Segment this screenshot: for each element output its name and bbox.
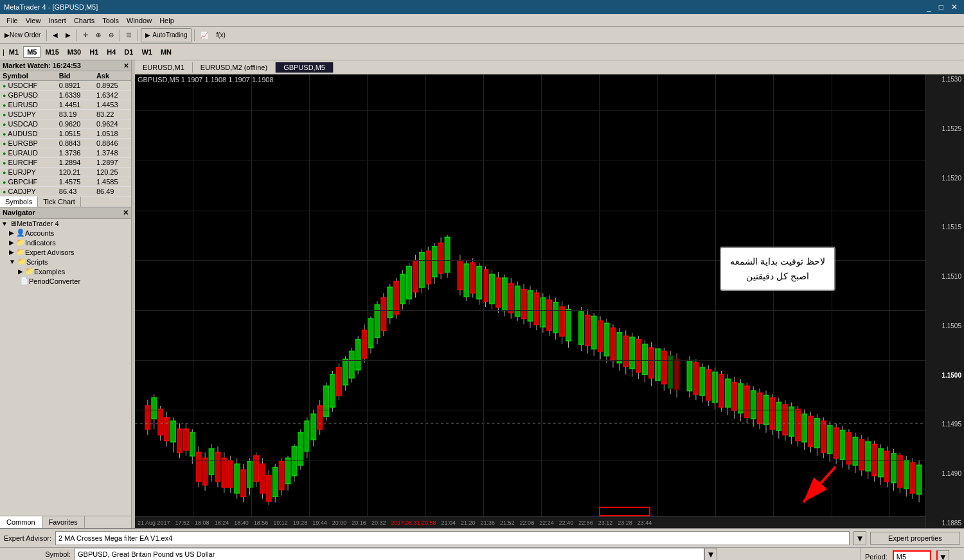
market-watch-row[interactable]: ● GBPUSD 1.6339 1.6342 xyxy=(0,91,131,100)
new-order-button[interactable]: ▶ New Order xyxy=(1,28,44,42)
symbol-input[interactable] xyxy=(75,548,704,560)
indicators-button[interactable]: f(x) xyxy=(213,28,228,42)
svg-rect-203 xyxy=(808,416,813,446)
chart-tab-gbpusd-m5[interactable]: GBPUSD,M5 xyxy=(276,62,334,73)
tester-right-panel: Period: ▼ Spread: Optimization Symbol pr… xyxy=(861,548,964,560)
svg-rect-55 xyxy=(317,406,323,429)
tab-tick-chart[interactable]: Tick Chart xyxy=(38,197,81,207)
ea-input[interactable] xyxy=(55,531,850,545)
window-controls: _ □ ✕ xyxy=(924,3,960,12)
nav-tab-common[interactable]: Common xyxy=(0,516,42,528)
svg-rect-101 xyxy=(470,263,476,293)
red-arrow xyxy=(790,460,842,512)
line-studies-button[interactable]: 📈 xyxy=(197,28,211,42)
svg-rect-153 xyxy=(643,344,648,374)
expand-icon: ▶ xyxy=(18,268,23,275)
tab-symbols[interactable]: Symbols xyxy=(0,197,38,207)
svg-rect-69 xyxy=(362,330,367,358)
crosshair-button[interactable]: ✛ xyxy=(80,28,91,42)
forward-button[interactable]: ▶ xyxy=(62,28,74,42)
market-watch-row[interactable]: ● EURCHF 1.2894 1.2897 xyxy=(0,158,131,168)
maximize-button[interactable]: □ xyxy=(936,3,946,12)
period-dropdown[interactable]: ▼ xyxy=(936,550,949,560)
market-watch-row[interactable]: ● CADJPY 86.43 86.49 xyxy=(0,187,131,197)
period-H4[interactable]: H4 xyxy=(103,46,120,58)
back-button[interactable]: ◀ xyxy=(49,28,61,42)
market-watch-row[interactable]: ● EURJPY 120.21 120.25 xyxy=(0,168,131,177)
svg-rect-217 xyxy=(853,437,858,465)
menu-help[interactable]: Help xyxy=(156,16,178,25)
nav-tab-favorites[interactable]: Favorites xyxy=(42,516,85,528)
market-watch-close[interactable]: ✕ xyxy=(123,62,129,69)
market-watch-row[interactable]: ● GBPCHF 1.4575 1.4585 xyxy=(0,177,131,187)
period-label: Period: xyxy=(865,553,888,560)
period-W1[interactable]: W1 xyxy=(138,46,156,58)
market-watch-row[interactable]: ● EURUSD 1.4451 1.4453 xyxy=(0,100,131,110)
svg-rect-115 xyxy=(515,286,520,317)
svg-rect-131 xyxy=(566,310,571,341)
svg-rect-5 xyxy=(158,409,163,435)
auto-trading-button[interactable]: ▶ AutoTrading xyxy=(141,28,192,42)
menu-window[interactable]: Window xyxy=(123,16,156,25)
menu-view[interactable]: View xyxy=(22,16,45,25)
period-MN[interactable]: MN xyxy=(157,46,175,58)
nav-indicators[interactable]: ▶ 📁 Indicators xyxy=(0,238,131,247)
nav-examples[interactable]: ▶ 📁 Examples xyxy=(0,267,131,276)
ask-cell: 1.6342 xyxy=(94,91,131,100)
symbol-dropdown-arrow[interactable]: ▼ xyxy=(704,548,717,560)
menu-charts[interactable]: Charts xyxy=(70,16,98,25)
market-watch-row[interactable]: ● EURAUD 1.3736 1.3748 xyxy=(0,148,131,158)
svg-rect-167 xyxy=(693,363,699,394)
svg-rect-91 xyxy=(432,247,437,277)
period-M5[interactable]: M5 xyxy=(23,46,40,58)
period-input[interactable] xyxy=(893,550,931,560)
menu-insert[interactable]: Insert xyxy=(44,16,70,25)
svg-rect-17 xyxy=(196,452,201,481)
close-button[interactable]: ✕ xyxy=(949,3,960,12)
navigator-close[interactable]: ✕ xyxy=(123,209,129,217)
menu-file[interactable]: File xyxy=(3,16,22,25)
svg-rect-213 xyxy=(840,430,845,459)
period-M1[interactable]: M1 xyxy=(5,46,22,58)
svg-rect-43 xyxy=(279,462,284,489)
chart-tab-eurusd-m1[interactable]: EURUSD,M1 xyxy=(135,62,193,73)
period-H1[interactable]: H1 xyxy=(85,46,102,58)
market-watch-row[interactable]: ● USDJPY 83.19 83.22 xyxy=(0,110,131,119)
zoom-out-button[interactable]: ⊖ xyxy=(105,28,117,42)
nav-metatrader4[interactable]: ▼ 🖥 MetaTrader 4 xyxy=(0,219,131,228)
svg-rect-225 xyxy=(879,449,884,477)
market-watch-row[interactable]: ● USDCHF 0.8921 0.8925 xyxy=(0,81,131,91)
price-8: 1.1495 xyxy=(926,421,964,428)
chart-area[interactable]: GBPUSD,M5 1.1907 1.1908 1.1907 1.1908 xyxy=(135,74,964,528)
nav-expert-advisors[interactable]: ▶ 📁 Expert Advisors xyxy=(0,247,131,257)
svg-rect-11 xyxy=(177,429,182,452)
svg-rect-125 xyxy=(547,300,552,330)
minimize-button[interactable]: _ xyxy=(924,3,934,12)
svg-rect-211 xyxy=(834,428,839,458)
period-M15[interactable]: M15 xyxy=(41,46,62,58)
expert-properties-button[interactable]: Expert properties xyxy=(870,532,960,545)
symbol-cell: ● USDJPY xyxy=(0,110,57,119)
zoom-in-button[interactable]: ⊕ xyxy=(93,28,104,42)
market-watch-header: Market Watch: 16:24:53 ✕ xyxy=(0,60,131,71)
nav-accounts[interactable]: ▶ 👤 Accounts xyxy=(0,228,131,238)
symbol-cell: ● USDCAD xyxy=(0,119,57,129)
nav-period-converter[interactable]: 📄 PeriodConverter xyxy=(0,276,131,286)
price-7: 1.1500 xyxy=(926,372,964,379)
time-13: 2017.08.31 20:58 xyxy=(388,520,438,526)
menu-tools[interactable]: Tools xyxy=(98,16,123,25)
chart-tab-eurusd-m2[interactable]: EURUSD,M2 (offline) xyxy=(193,62,276,73)
bid-cell: 1.2894 xyxy=(57,158,94,168)
period-M30[interactable]: M30 xyxy=(64,46,85,58)
svg-rect-159 xyxy=(661,351,666,384)
bid-cell: 120.21 xyxy=(57,168,94,177)
svg-rect-235 xyxy=(910,463,915,493)
nav-scripts[interactable]: ▼ 📁 Scripts xyxy=(0,257,131,267)
market-watch-row[interactable]: ● USDCAD 0.9620 0.9624 xyxy=(0,119,131,129)
chart-type-button[interactable]: ☰ xyxy=(123,28,135,42)
ea-dropdown-arrow[interactable]: ▼ xyxy=(853,531,866,545)
market-watch-row[interactable]: ● EURGBP 0.8843 0.8846 xyxy=(0,139,131,148)
price-2: 1.1525 xyxy=(926,125,964,132)
period-D1[interactable]: D1 xyxy=(120,46,137,58)
market-watch-row[interactable]: ● AUDUSD 1.0515 1.0518 xyxy=(0,129,131,139)
